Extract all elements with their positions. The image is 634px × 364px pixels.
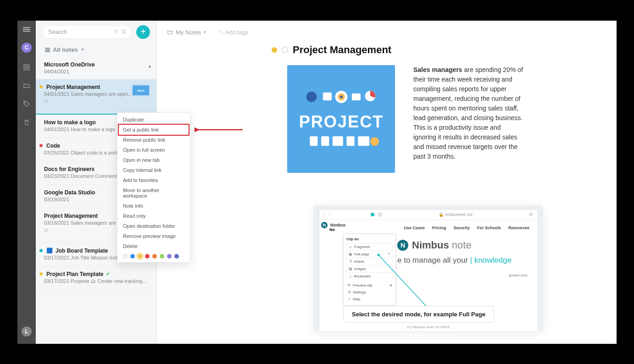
note-content: My Notes ▾ · Add tags Project Management… [157, 21, 617, 344]
color-swatch[interactable] [152, 254, 157, 259]
svg-text:PROJECT: PROJECT [299, 112, 384, 131]
filter-icon[interactable] [114, 29, 119, 34]
svg-point-28 [378, 254, 380, 256]
color-swatch[interactable]: ⊘ [123, 254, 128, 259]
folder-icon [167, 29, 173, 35]
svg-rect-25 [346, 136, 354, 146]
menu-item-open-destination[interactable]: Open destination folder [117, 221, 190, 231]
svg-rect-23 [321, 136, 329, 146]
embedded-screenshot: ‹ › 🔒 nimbusweb.me ⟳ N Nimbus No Use Cas… [314, 205, 543, 331]
clip-option: ▭Fragment [346, 243, 393, 250]
add-tags-button[interactable]: Add tags [219, 29, 249, 36]
svg-rect-26 [358, 136, 369, 146]
menu-item-note-info[interactable]: Note info [117, 201, 190, 211]
svg-point-19 [340, 95, 343, 98]
color-dot [39, 249, 43, 252]
mood-icon[interactable] [282, 47, 288, 53]
note-thumbnail: PROJ [132, 84, 150, 97]
avatar[interactable]: C [22, 43, 32, 53]
folder-icon[interactable] [23, 82, 30, 89]
tag-icon [219, 30, 224, 35]
all-notes-dropdown[interactable]: ▤ All notes ▾ [36, 44, 156, 58]
menu-item-get-public-link[interactable]: Get a public link [118, 124, 189, 136]
menu-icon[interactable] [23, 27, 30, 32]
trash-icon[interactable] [23, 119, 30, 126]
add-note-button[interactable]: + [136, 25, 150, 39]
grid-icon[interactable] [23, 64, 30, 71]
menu-item-duplicate[interactable]: Duplicate [117, 115, 190, 125]
svg-rect-16 [323, 93, 331, 100]
app-window: C L Search + ▤ All notes ▾ Microsoft One [17, 21, 617, 344]
extension-icon [378, 213, 382, 216]
site-nav: Use CasesPricingSecurityFor SchoolsResou… [325, 225, 532, 235]
color-swatch[interactable] [130, 254, 135, 259]
brand-logo-large: N Nimbus note [397, 239, 533, 251]
footer-text: Try Nimbus Note for FREE [319, 325, 538, 329]
chevron-down-icon: ▾ [82, 47, 84, 52]
context-menu: Duplicate Get a public link Remove publi… [117, 112, 190, 263]
svg-text:PROJ: PROJ [137, 89, 145, 92]
svg-point-15 [306, 92, 317, 102]
svg-rect-20 [351, 94, 360, 100]
menu-item-delete[interactable]: Delete [117, 241, 190, 251]
menu-item-read-only[interactable]: Read only [117, 211, 190, 221]
forward-icon: › [329, 212, 330, 217]
svg-rect-0 [24, 65, 26, 67]
svg-rect-22 [310, 136, 317, 146]
svg-point-27 [370, 137, 379, 146]
annotation-arrow [377, 253, 441, 313]
body-text: Sales managers are spending 20% of their… [413, 65, 524, 173]
hero-image: PROJECT [287, 65, 395, 173]
list-item[interactable]: Project Management 04/01/2021 Sales mana… [36, 79, 156, 115]
color-dot [39, 85, 43, 88]
extension-icon [371, 213, 374, 216]
color-swatch[interactable] [160, 254, 164, 259]
color-swatch[interactable] [138, 254, 142, 259]
list-item[interactable]: Microsoft OneDrive 04/04/2021 ▴ [36, 58, 156, 79]
menu-item-copy-internal-link[interactable]: Copy internal link [117, 165, 190, 175]
chevron-down-icon: ▾ [204, 30, 206, 34]
menu-item-open-new-tab[interactable]: Open in new tab [117, 155, 190, 165]
menu-item-move-workspace[interactable]: Move to another workspace [117, 185, 190, 201]
avatar-secondary[interactable]: L [22, 326, 32, 336]
notes-icon: ▤ [45, 46, 50, 53]
color-picker-row: ⊘ [117, 251, 190, 260]
color-swatch[interactable] [167, 254, 172, 259]
color-dot [39, 144, 43, 147]
annotation-callout: Select the desired mode, for example Ful… [343, 306, 494, 323]
page-title: Project Management [293, 44, 391, 56]
svg-point-5 [122, 30, 125, 33]
search-input[interactable]: Search [42, 25, 133, 39]
color-dot [272, 47, 277, 53]
collapse-icon[interactable]: ▴ [149, 63, 151, 68]
menu-item-remove-preview[interactable]: Remove preview image [117, 231, 190, 241]
url-bar: 🔒 nimbusweb.me [439, 212, 473, 217]
svg-rect-2 [24, 68, 26, 70]
color-dot [39, 272, 43, 276]
svg-rect-3 [27, 68, 29, 70]
menu-item-add-favorites[interactable]: Add to favorites [117, 175, 190, 185]
back-icon: ‹ [324, 212, 325, 217]
tag-icon[interactable] [23, 100, 30, 108]
search-icon[interactable] [122, 29, 127, 34]
share-icon: ⇄ [44, 99, 148, 105]
refresh-icon: ⟳ [529, 212, 533, 217]
list-item[interactable]: Project Plan Template✔ 03/17/2021 Purpos… [36, 266, 156, 290]
svg-rect-1 [27, 65, 29, 67]
menu-item-open-full-screen[interactable]: Open in full screen [117, 145, 190, 155]
breadcrumb[interactable]: My Notes ▾ [167, 29, 206, 36]
nav-rail: C L [17, 21, 36, 344]
color-swatch[interactable] [174, 254, 179, 259]
menu-item-remove-public-link[interactable]: Remove public link [117, 135, 190, 145]
color-swatch[interactable] [145, 254, 150, 259]
svg-rect-24 [332, 136, 343, 146]
svg-point-4 [25, 102, 26, 103]
